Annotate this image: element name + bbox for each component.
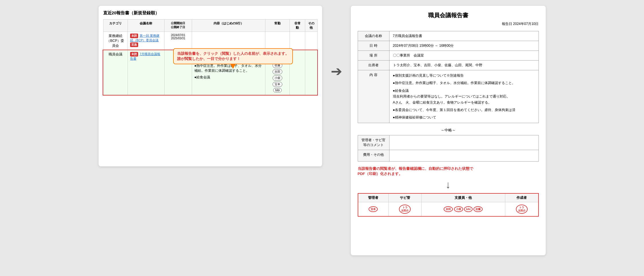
stamp-sakuseisha-cell: トラ太郎介 [505,202,538,216]
stamp-sakuseisha: トラ太郎介 [516,205,528,214]
th-sabikan: サビ管 [388,193,421,202]
right-panel: 職員会議報告書 報告日 2024年07月10日 会議の名称 7月職員会議報告書 … [351,6,546,255]
detail-row-location: 場 所 〇〇事業所 会議室 [358,51,539,61]
confirm-stamp-row: 宝本 トラ太郎介 吉田 小柴 bibi 佐藤 トラ太郎介 [358,202,539,216]
arrow-right: ➔ [331,6,342,79]
value-datetime: 2024年07月08日 15時00分 ～ 16時00分 [389,41,539,51]
detail-table: 会議の名称 7月職員会議報告書 日 時 2024年07月08日 15時00分 ～… [358,31,539,123]
panel-title: 直近20報告書（新規登録順） [103,10,318,16]
th-kanrisha: 管理者 [358,193,389,202]
stamp-sabikan: トラ太郎介 [399,205,411,214]
label-meeting-name: 会議の名称 [358,31,389,41]
badge-midoku: 未読 [130,34,138,38]
confirm-table: 管理者 サビ管 支援員・他 作成者 宝本 トラ太郎介 吉田 小柴 bibi 佐藤 [358,193,539,217]
detail-row-manager-comment: 管理者・サビ官等のコメント [358,135,539,150]
value-manager-comment [389,135,539,150]
stamp-yoshida: 吉田 [444,206,453,212]
content-detail-1: ●個別支援計画の見直し等について※別途報告 [393,73,535,78]
th-sakuseisha: 作成者 [505,193,538,202]
row2-category: 職員会議 [103,50,128,95]
annotation-line1: 当該報告書を、クリック（閲覧）した人の名前が、表示されます。 [177,51,289,56]
stamp-kanrisha-cell: 宝本 [358,202,389,216]
annotation-line2: 誰が閲覧したか、一目で分かります！ [177,56,289,61]
content-item2: ●熱中症注意。外作業は帽子、タオル、水分補給。作業前に体調確認すること。 [194,63,263,73]
row2-other [305,50,317,95]
report-doc-title: 職員会議報告書 [358,11,539,19]
content-detail-5: ●精神保健福祉研修について [393,114,535,120]
row1-other [305,32,317,50]
content-detail-3: ●給食会議現在利用者からの要望等はなし。アレルギーについてはこれまで通り対応。A… [393,88,535,105]
detail-table-2: 管理者・サビ官等のコメント 費用・その他 [358,135,539,162]
stamp-sato: 佐藤 [473,206,483,212]
stamp-kanrisha: 宝本 [369,206,378,212]
bottom-annotation: 当該報告書の閲覧者が、報告書確認欄に、自動的に押印された状態で PDF（印刷）化… [358,166,539,176]
name-tag-koshiba: 小柴 [268,75,287,81]
row1-hjokin [290,32,305,50]
name-tag-yoshida: 吉田 [268,69,287,75]
table-row: 業務継続（BCP）委員会 未読 第一回 業務継続（BCP）委員会議 至急 202… [103,32,317,50]
th-jokin: 常勤 [265,20,290,32]
badge-kyuumu: 至急 [130,42,138,47]
name-tag-bibi: bibi [268,88,287,93]
left-panel: 直近20報告書（新規登録順） カテゴリ 会議名称 公開開始日公開終了日 内容（は… [99,6,322,166]
th-meeting-name: 会議名称 [128,20,164,32]
detail-row-content: 内 容 ●個別支援計画の見直し等について※別途報告 ●熱中症注意。外作業は帽子、… [358,70,539,123]
th-shienin: 支援員・他 [422,193,505,202]
annotation-bubble: 当該報告書を、クリック（閲覧）した人の名前が、表示されます。 誰が閲覧したか、一… [173,48,293,64]
row1-category: 業務継続（BCP）委員会 [103,32,128,50]
stamp-koshiba: 小柴 [454,206,463,212]
label-manager-comment: 管理者・サビ官等のコメント [358,135,389,150]
label-content: 内 容 [358,70,389,123]
value-content: ●個別支援計画の見直し等について※別途報告 ●熱中症注意。外作業は帽子、タオル、… [389,70,539,123]
value-cost [389,150,539,161]
confirm-header-row: 管理者 サビ管 支援員・他 作成者 [358,193,539,202]
detail-row-cost: 費用・その他 [358,150,539,161]
badge-midoku-2: 未読 [130,52,138,57]
bottom-arrow-down: ↓ [358,179,539,191]
th-date: 公開開始日公開終了日 [164,20,192,32]
value-meeting-name: 7月職員会議報告書 [389,31,539,41]
content-item3: ●給食会議 [194,75,263,80]
label-cost: 費用・その他 [358,150,389,161]
value-attendees: トラ太郎介、宝本、吉田、小柴、佐藤、山田、尾関、中野 [389,61,539,70]
stamp-shienin-cell: 吉田 小柴 bibi 佐藤 [422,202,505,216]
row2-name: 未読 7月職員会議報告書 [128,50,164,95]
stamp-sabikan-cell: トラ太郎介 [388,202,421,216]
row1-date: 2024/07/012025/03/31 [164,32,192,50]
th-hjokin: 非常動 [290,20,305,32]
chuuryaku-text: ～中略～ [358,128,539,133]
th-category: カテゴリ [103,20,128,32]
stamp-bibi: bibi [464,206,473,212]
row1-name: 未読 第一回 業務継続（BCP）委員会議 至急 [128,32,164,50]
row1-jokin [265,32,290,50]
label-datetime: 日 時 [358,41,389,51]
detail-row-meeting-name: 会議の名称 7月職員会議報告書 [358,31,539,41]
value-location: 〇〇事業所 会議室 [389,51,539,61]
content-detail-2: ●熱中症注意。外作業は帽子、タオル、水分補給。作業前に体調確認すること。 [393,80,535,86]
bottom-annotation-line2: PDF（印刷）化されます。 [358,171,539,176]
report-date: 報告日 2024年07月10日 [358,22,539,26]
content-detail-4: ●各委員会について、今年度、第１回目を進めてください。虐待、身体拘束は済 [393,107,535,113]
label-location: 場 所 [358,51,389,61]
detail-row-attendees: 出席者 トラ太郎介、宝本、吉田、小柴、佐藤、山田、尾関、中野 [358,61,539,70]
bottom-annotation-line1: 当該報告書の閲覧者が、報告書確認欄に、自動的に押印された状態で [358,166,539,171]
row1-content [192,32,265,50]
name-tag-takamoto: 宝本 [268,81,287,88]
th-content: 内容（はじめの5行） [192,20,265,32]
label-attendees: 出席者 [358,61,389,70]
th-other: その他 [305,20,317,32]
detail-row-datetime: 日 時 2024年07月08日 15時00分 ～ 16時00分 [358,41,539,51]
